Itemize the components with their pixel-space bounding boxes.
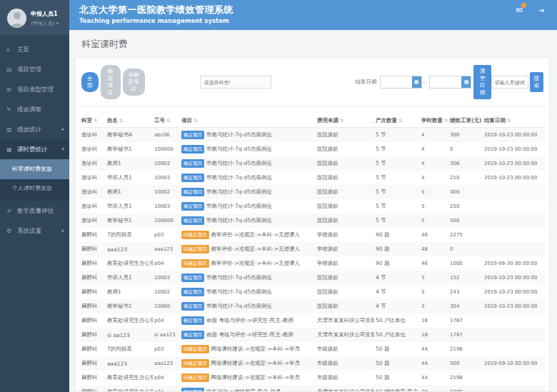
filter-unconfirmed-button[interactable]: 未确定项目 xyxy=(123,69,145,96)
app-subtitle: Teaching performance management system xyxy=(79,17,234,24)
column-header[interactable]: 产次数量⇅ xyxy=(374,114,420,128)
column-header[interactable]: 姓名⇅ xyxy=(106,114,153,128)
cell-dept: 麻醉科 xyxy=(80,313,106,328)
sidebar-item[interactable]: ⌂主页 xyxy=(0,39,69,59)
cell-name: aaa123 xyxy=(106,356,153,371)
sidebar-item[interactable]: ▥绩效统计▸ xyxy=(0,119,69,139)
sort-icon[interactable]: ⇅ xyxy=(94,118,97,124)
app-title: 北京大学第一医院教学绩效管理系统 xyxy=(79,4,234,16)
column-header[interactable]: 科室⇅ xyxy=(80,114,106,128)
cell-source: 市级拨款 xyxy=(316,371,374,385)
sidebar-item[interactable]: ⇗教学质量评估 xyxy=(0,201,69,221)
cell-dept: 急诊科 xyxy=(80,142,106,156)
clear-date-button[interactable]: 清空日期 xyxy=(473,65,491,99)
cell-date: 2019-09-10 00:00:00 xyxy=(483,356,545,371)
sidebar-subitem[interactable]: 个人课时费发放 xyxy=(0,179,69,198)
sidebar-item-label: 项目类型管理 xyxy=(17,86,54,93)
sort-icon[interactable]: ⇅ xyxy=(444,118,448,124)
table-row[interactable]: 急诊科教学秘书1100000确定项目带教与统计-7q-d5伤病例应医院拨款5 节… xyxy=(80,213,545,228)
search-button[interactable]: 搜索 xyxy=(530,72,544,92)
table-row[interactable]: 麻醉科带班人员110003确定项目带教与统计-7q-d5伤病例应医院拨款4 节3… xyxy=(80,271,545,285)
filter-confirmed-button[interactable]: 确定项目 xyxy=(101,65,121,99)
cell-name: si aa123 xyxy=(106,328,153,342)
calendar-icon[interactable]: ▦ xyxy=(412,76,421,88)
cell-project: 确定项目带教与统计-7q-d5伤病例应 xyxy=(180,171,316,185)
sidebar-nav: ⌂主页▤项目管理⊞项目类型管理✎绩效调整▥绩效统计▸▦课时费统计▾科室课时费发放… xyxy=(0,35,69,392)
cell-project: 待确定项目教学评价->准规定->本科->无授课人 xyxy=(180,242,316,256)
cell-name: 带班人员1 xyxy=(106,271,153,285)
sort-icon[interactable]: ⇅ xyxy=(194,118,197,124)
project-text: 网络课程建设->准规定->本科->学员 xyxy=(211,360,300,366)
cell-salary: 210 xyxy=(448,171,483,185)
date-from-field: ▦ xyxy=(380,76,422,89)
sidebar-item[interactable]: ▤项目管理 xyxy=(0,59,69,79)
cell-dept: 急诊科 xyxy=(80,213,106,228)
table-row[interactable]: 麻醉科aaa123aaa123待确定项目网络课程建设->准规定->本科->学员市… xyxy=(80,356,545,371)
sidebar-item[interactable]: ⚙系统设置▸ xyxy=(0,221,69,241)
sidebar-item[interactable]: ▦课时费统计▾ xyxy=(0,139,69,159)
column-header[interactable]: 学时数量⇅ xyxy=(420,114,448,128)
table-row[interactable]: 麻醉科7的丙烷基p03待确定项目网络课程建设->准规定->本科->学员市级拨款5… xyxy=(80,342,545,356)
column-header[interactable]: 结算日期⇅ xyxy=(483,114,545,128)
keyword-input[interactable] xyxy=(491,76,528,89)
table-row[interactable]: 麻醉科aaa123aaa123待确定项目教学评价->准规定->本科->无授课人学… xyxy=(80,242,545,256)
table-row[interactable]: 麻醉科si aa123si aa123确定项目命题 考核与评价->研究生-民主-… xyxy=(80,328,545,342)
table-row[interactable]: 急诊科教学秘书1100000确定项目带教与统计-7q-d5伤病例应医院拨款5 节… xyxy=(80,142,545,156)
sidebar-item[interactable]: ⊞项目类型管理 xyxy=(0,79,69,99)
status-badge: 确定项目 xyxy=(181,216,204,225)
department-input[interactable] xyxy=(200,76,271,89)
table-row[interactable]: 急诊科教学秘书Aabc06确定项目带教与统计-7q-d5伤病例应医院拨款5 节4… xyxy=(80,128,545,143)
table-row[interactable]: 急诊科带班人员110003确定项目带教与统计-7q-d5伤病例应医院拨款5 节4… xyxy=(80,171,545,185)
sidebar-item[interactable]: ✎绩效调整 xyxy=(0,99,69,119)
table-row[interactable]: 麻醉科教育处研究生办公室Ap04确定项目命题 考核与评价->研究生-民主-教师天… xyxy=(80,313,545,328)
cell-name: aaa123 xyxy=(106,242,153,256)
table-row[interactable]: 麻醉科教育处研究生办公室Ap04待确定项目教学评价->准规定->本科->无授课人… xyxy=(80,256,545,271)
sort-icon[interactable]: ⇅ xyxy=(340,118,343,124)
cell-id: p04 xyxy=(153,256,180,271)
cell-hours: 5 xyxy=(420,199,448,213)
cell-source: 医院拨款 xyxy=(316,271,374,285)
date-to-input[interactable] xyxy=(430,76,461,88)
toolbar: 全部 确定项目 未确定项目 结算日期 ▦ - ▦ 清空日期 搜索 xyxy=(80,64,545,107)
date-from-input[interactable] xyxy=(381,76,412,88)
table-row[interactable]: 麻醉科教学秘书110000确定项目带教与统计-7q-d5伤病例应医院拨款4 节3… xyxy=(80,299,545,313)
table-row[interactable]: 急诊科教师110002确定项目带教与统计-7q-d5伤病例应医院拨款5 节540… xyxy=(80,185,545,199)
cell-project: 确定项目带教与统计-7q-d5伤病例应 xyxy=(180,271,316,285)
status-badge: 确定项目 xyxy=(181,159,204,168)
table-header-row: 科室⇅姓名⇅工号⇅项目⇅费用来源⇅产次数量⇅学时数量⇅绩效工资(元)⇅结算日期⇅ xyxy=(80,114,545,128)
project-text: 带教与统计-7q-d5伤病例应 xyxy=(206,203,272,209)
column-header[interactable]: 绩效工资(元)⇅ xyxy=(448,114,483,128)
cell-salary: 152 xyxy=(448,271,483,285)
cell-date: 2019-10-23 00:00:00 xyxy=(483,142,545,156)
filter-all-button[interactable]: 全部 xyxy=(81,72,99,92)
cell-quantity: 90 题 xyxy=(374,242,420,256)
cell-id: aaa123 xyxy=(153,356,180,371)
sidebar-subitem[interactable]: 科室课时费发放 xyxy=(0,159,69,179)
table-row[interactable]: 急诊科带班人员110003确定项目带教与统计-7q-d5伤病例应医院拨款5 节5… xyxy=(80,199,545,213)
project-text: 教学评价->准规定->本科->无授课人 xyxy=(211,231,300,238)
calendar-icon[interactable]: ▦ xyxy=(461,76,471,88)
table-row[interactable]: 麻醉科7的丙烷基p03待确定项目教学评价->准规定->本科->无授课人学校拨款9… xyxy=(80,228,545,242)
table-row[interactable]: 麻醉科教师110002确定项目带教与统计-7q-d5伤病例应医院拨款4 节324… xyxy=(80,285,545,299)
column-header[interactable]: 工号⇅ xyxy=(153,114,180,128)
table-row[interactable]: 麻醉科教育处研究生办公室Ap04待确定项目网络课程建设->准规定->本科->学员… xyxy=(80,371,545,385)
notification-icon[interactable]: ✉ xyxy=(516,6,522,15)
cell-id: p04 xyxy=(153,371,180,385)
page-title: 科室课时费 xyxy=(69,30,557,57)
table-row[interactable]: 急诊科教师110002确定项目带教与统计-7q-d5伤病例应医院拨款5 节430… xyxy=(80,156,545,171)
sort-icon[interactable]: ⇅ xyxy=(119,118,123,124)
column-header[interactable]: 项目⇅ xyxy=(180,114,316,128)
cell-hours: 18 xyxy=(420,313,448,328)
table-row[interactable]: 麻醉科教育处研究生办公室Ap04确定项目学生活动->继续教育-民主-学员天津市某… xyxy=(80,385,545,391)
cell-date xyxy=(483,213,545,228)
sort-icon[interactable]: ⇅ xyxy=(507,118,511,124)
user-role-dropdown[interactable]: (申报人员) ▾ xyxy=(31,20,59,27)
cell-quantity: 4 节 xyxy=(374,271,420,285)
sort-icon[interactable]: ⇅ xyxy=(166,118,170,124)
column-header[interactable]: 费用来源⇅ xyxy=(316,114,374,128)
logout-icon[interactable]: ⇥ xyxy=(538,6,544,14)
cell-salary: 1767 xyxy=(448,313,483,328)
cell-date xyxy=(483,242,545,256)
sort-icon[interactable]: ⇅ xyxy=(398,118,402,124)
cell-hours: 44 xyxy=(420,371,448,385)
